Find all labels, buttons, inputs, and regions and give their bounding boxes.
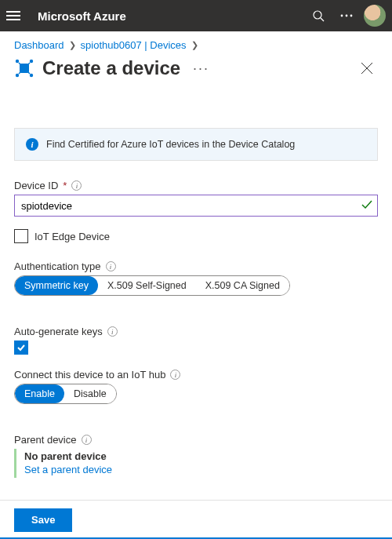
- svg-point-8: [16, 74, 19, 77]
- svg-line-11: [27, 63, 30, 65]
- save-button[interactable]: Save: [14, 508, 72, 532]
- close-icon[interactable]: [356, 57, 378, 79]
- help-icon[interactable]: i: [71, 180, 82, 191]
- autogen-checkbox[interactable]: [14, 341, 28, 355]
- connect-enable-option[interactable]: Enable: [15, 384, 64, 403]
- autogen-label: Auto-generate keys: [14, 326, 103, 337]
- iot-edge-checkbox[interactable]: [14, 229, 28, 243]
- info-icon: i: [26, 138, 38, 151]
- svg-point-7: [30, 60, 33, 63]
- connect-group: Enable Disable: [14, 384, 117, 404]
- svg-line-12: [19, 71, 21, 74]
- brand-label: Microsoft Azure: [38, 9, 126, 23]
- svg-point-3: [346, 15, 348, 17]
- svg-point-9: [30, 74, 33, 77]
- breadcrumb-dashboard[interactable]: Dashboard: [14, 39, 64, 51]
- search-icon[interactable]: [304, 2, 332, 30]
- footer: Save: [0, 500, 392, 539]
- auth-ca-signed-option[interactable]: X.509 CA Signed: [196, 276, 289, 295]
- page-header: Create a device ···: [0, 54, 392, 87]
- svg-point-6: [16, 60, 19, 63]
- help-icon[interactable]: i: [106, 261, 116, 271]
- svg-point-0: [314, 11, 321, 19]
- iot-edge-label: IoT Edge Device: [34, 231, 110, 242]
- avatar[interactable]: [364, 5, 386, 27]
- check-icon: [361, 198, 373, 211]
- svg-line-10: [19, 63, 21, 65]
- page-title: Create a device: [42, 57, 180, 79]
- device-id-label: Device ID: [14, 180, 58, 191]
- device-id-input[interactable]: [14, 195, 378, 217]
- auth-self-signed-option[interactable]: X.509 Self-Signed: [98, 276, 196, 295]
- info-banner: i Find Certified for Azure IoT devices i…: [14, 128, 378, 161]
- required-mark: *: [63, 180, 67, 191]
- chevron-right-icon: ❯: [190, 40, 200, 50]
- svg-line-13: [27, 71, 30, 74]
- chevron-right-icon: ❯: [67, 40, 78, 50]
- help-icon[interactable]: i: [107, 326, 118, 337]
- connect-label: Connect this device to an IoT hub: [14, 369, 165, 381]
- top-bar: Microsoft Azure: [0, 0, 392, 31]
- ellipsis-icon[interactable]: ···: [193, 60, 209, 77]
- breadcrumb: Dashboard ❯ spiothub0607 | Devices ❯: [0, 31, 392, 54]
- connect-disable-option[interactable]: Disable: [64, 384, 116, 403]
- info-text: Find Certified for Azure IoT devices in …: [46, 139, 295, 150]
- help-icon[interactable]: i: [170, 370, 180, 380]
- parent-none-text: No parent device: [24, 450, 378, 462]
- device-icon: [14, 58, 34, 78]
- set-parent-link[interactable]: Set a parent device: [24, 464, 112, 475]
- svg-point-2: [341, 15, 343, 17]
- auth-symmetric-option[interactable]: Symmetric key: [15, 276, 98, 295]
- more-icon[interactable]: [332, 2, 361, 30]
- auth-type-label: Authentication type: [14, 260, 101, 272]
- svg-line-1: [321, 18, 324, 21]
- parent-device-label: Parent device: [14, 434, 77, 446]
- auth-type-group: Symmetric key X.509 Self-Signed X.509 CA…: [14, 275, 290, 296]
- breadcrumb-hub[interactable]: spiothub0607 | Devices: [81, 39, 187, 51]
- help-icon[interactable]: i: [82, 435, 92, 445]
- menu-icon[interactable]: [6, 8, 22, 24]
- svg-point-4: [350, 15, 353, 17]
